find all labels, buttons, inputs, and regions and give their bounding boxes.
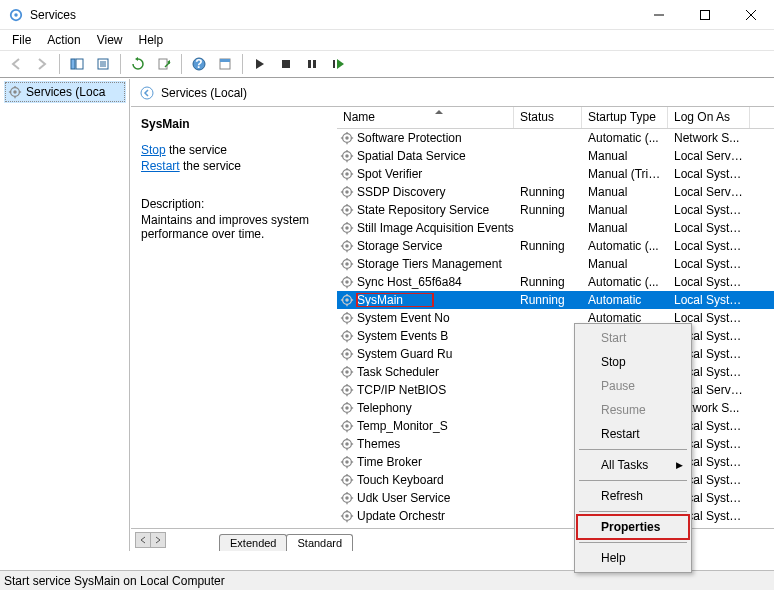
tree-item-services[interactable]: Services (Loca: [4, 81, 126, 103]
tree-pane: Services (Loca: [0, 79, 130, 551]
window-title: Services: [30, 8, 636, 22]
stop-service-button[interactable]: [274, 52, 298, 76]
service-status: Running: [514, 293, 582, 307]
maximize-button[interactable]: [682, 0, 728, 30]
service-name: Time Broker: [357, 455, 422, 469]
restart-service-button[interactable]: [326, 52, 350, 76]
service-row[interactable]: Temp_Monitor_SAutomaticLocal Syste...: [337, 417, 774, 435]
context-help[interactable]: Help: [577, 546, 689, 570]
pause-service-button[interactable]: [300, 52, 324, 76]
services-icon: [8, 85, 22, 99]
gear-icon: [340, 167, 354, 181]
back-icon[interactable]: [139, 85, 155, 101]
svg-point-89: [345, 316, 349, 320]
service-status: Running: [514, 203, 582, 217]
service-row[interactable]: Task SchedulerAutomaticLocal Syste...: [337, 363, 774, 381]
context-refresh[interactable]: Refresh: [577, 484, 689, 508]
gear-icon: [340, 293, 354, 307]
context-properties[interactable]: Properties: [577, 515, 689, 539]
refresh-button[interactable]: [126, 52, 150, 76]
service-startup: Automatic (...: [582, 239, 668, 253]
statusbar: Start service SysMain on Local Computer: [0, 570, 774, 590]
restart-service-link[interactable]: Restart: [141, 159, 180, 173]
context-stop[interactable]: Stop: [577, 350, 689, 374]
service-logon: Local Syste...: [668, 275, 750, 289]
svg-point-27: [141, 87, 153, 99]
separator: [181, 54, 182, 74]
svg-point-119: [345, 406, 349, 410]
export-list-button[interactable]: [152, 52, 176, 76]
service-status: Running: [514, 275, 582, 289]
list-rows[interactable]: Software ProtectionAutomatic (...Network…: [337, 129, 774, 528]
scroll-left-button[interactable]: [135, 532, 151, 548]
service-name: Storage Service: [357, 239, 442, 253]
tab-extended[interactable]: Extended: [219, 534, 287, 551]
gear-icon: [340, 257, 354, 271]
svg-point-1: [14, 13, 18, 17]
tree-label: Services (Loca: [26, 85, 105, 99]
service-name: Still Image Acquisition Events: [357, 221, 514, 235]
svg-rect-12: [159, 59, 167, 69]
service-row[interactable]: Update OrchestrAutomatic (...Local Syste…: [337, 507, 774, 525]
service-row[interactable]: State Repository ServiceRunningManualLoc…: [337, 201, 774, 219]
tab-standard[interactable]: Standard: [286, 534, 353, 551]
context-start[interactable]: Start: [577, 326, 689, 350]
back-button[interactable]: [4, 52, 28, 76]
gear-icon: [340, 365, 354, 379]
menu-file[interactable]: File: [4, 31, 39, 49]
show-hide-tree-button[interactable]: [65, 52, 89, 76]
scroll-right-button[interactable]: [150, 532, 166, 548]
description-label: Description:: [141, 197, 327, 211]
service-row[interactable]: System Events BAutomatic (T...Local Syst…: [337, 327, 774, 345]
menu-view[interactable]: View: [89, 31, 131, 49]
service-row[interactable]: Time BrokerManual (Trig...Local Syste...: [337, 453, 774, 471]
column-startup[interactable]: Startup Type: [582, 107, 668, 128]
close-button[interactable]: [728, 0, 774, 30]
service-row[interactable]: Sync Host_65f6a84RunningAutomatic (...Lo…: [337, 273, 774, 291]
service-status: Running: [514, 185, 582, 199]
service-row[interactable]: Software ProtectionAutomatic (...Network…: [337, 129, 774, 147]
column-logon[interactable]: Log On As: [668, 107, 750, 128]
stop-service-link[interactable]: Stop: [141, 143, 166, 157]
service-row[interactable]: ThemesAutomaticLocal Syste...: [337, 435, 774, 453]
service-name: System Events B: [357, 329, 448, 343]
service-name: TCP/IP NetBIOS: [357, 383, 446, 397]
service-row[interactable]: System Guard RuAutomatic (...Local Syste…: [337, 345, 774, 363]
column-status[interactable]: Status: [514, 107, 582, 128]
service-row[interactable]: SSDP DiscoveryRunningManualLocal Service: [337, 183, 774, 201]
service-row[interactable]: Touch KeyboardManual (Trig...Local Syste…: [337, 471, 774, 489]
help-button[interactable]: ?: [187, 52, 211, 76]
gear-icon: [340, 509, 354, 523]
titlebar: Services: [0, 0, 774, 30]
service-row[interactable]: SysMainRunningAutomaticLocal Syste...: [337, 291, 774, 309]
service-row[interactable]: Storage ServiceRunningAutomatic (...Loca…: [337, 237, 774, 255]
svg-point-83: [345, 298, 349, 302]
menu-action[interactable]: Action: [39, 31, 88, 49]
forward-button[interactable]: [30, 52, 54, 76]
service-row[interactable]: Storage Tiers ManagementManualLocal Syst…: [337, 255, 774, 273]
gear-icon: [340, 401, 354, 415]
properties-button[interactable]: [213, 52, 237, 76]
context-restart[interactable]: Restart: [577, 422, 689, 446]
service-row[interactable]: System Event NoAutomaticLocal Syste...: [337, 309, 774, 327]
svg-point-125: [345, 424, 349, 428]
service-row[interactable]: Udk User ServiceManualLocal Syste...: [337, 489, 774, 507]
start-service-button[interactable]: [248, 52, 272, 76]
service-row[interactable]: TCP/IP NetBIOSManual (Trig...Local Servi…: [337, 381, 774, 399]
service-row[interactable]: Still Image Acquisition EventsManualLoca…: [337, 219, 774, 237]
separator: [120, 54, 121, 74]
separator: [242, 54, 243, 74]
context-all-tasks[interactable]: All Tasks: [577, 453, 689, 477]
menu-help[interactable]: Help: [131, 31, 172, 49]
service-row[interactable]: TelephonyManualNetwork S...: [337, 399, 774, 417]
minimize-button[interactable]: [636, 0, 682, 30]
context-pause[interactable]: Pause: [577, 374, 689, 398]
service-name: Temp_Monitor_S: [357, 419, 448, 433]
context-resume[interactable]: Resume: [577, 398, 689, 422]
service-row[interactable]: Spot VerifierManual (Trig...Local Syste.…: [337, 165, 774, 183]
column-name[interactable]: Name: [337, 107, 514, 128]
svg-point-113: [345, 388, 349, 392]
service-row[interactable]: Spatial Data ServiceManualLocal Service: [337, 147, 774, 165]
service-logon: Local Syste...: [668, 257, 750, 271]
export-button[interactable]: [91, 52, 115, 76]
